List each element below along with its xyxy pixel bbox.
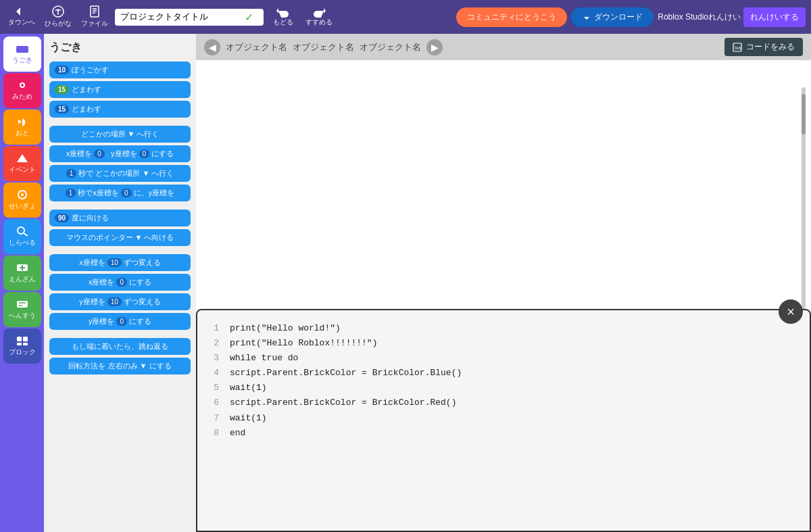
redo-button[interactable]: すすめる	[300, 5, 338, 28]
block-glidexy[interactable]: 1 秒でx座標を 0 に、y座標を	[49, 185, 191, 201]
download-button[interactable]: ダウンロード	[571, 7, 654, 27]
file-button[interactable]: ファイル	[78, 3, 111, 31]
roblox-link: Roblox Studioれんけい れんけいする	[658, 7, 806, 27]
close-overlay-button[interactable]: ×	[779, 299, 803, 324]
line-number: 4	[208, 366, 219, 381]
svg-point-10	[21, 193, 24, 196]
code-view-button[interactable]: lua コードをみる	[724, 38, 803, 56]
svg-rect-21	[17, 343, 22, 345]
line-code: wait(1)	[230, 411, 267, 426]
block-changex[interactable]: x座標を 10 ずつ変える	[49, 254, 191, 271]
block-ugoki-2[interactable]: 15 どまわす	[49, 81, 191, 98]
blocks-panel: うごき 10 ぽうごかす 15 どまわす 15 どまわす どこかの場所 ▼ へ行…	[44, 34, 196, 532]
code-line: 5 wait(1)	[208, 381, 799, 395]
line-number: 2	[208, 336, 219, 351]
code-line: 8end	[208, 426, 799, 441]
line-code: while true do	[230, 351, 298, 366]
code-overlay: × 1print("Hello world!")2print("Hello Ro…	[196, 309, 811, 532]
undo-button[interactable]: もどる	[268, 5, 299, 28]
line-number: 7	[208, 411, 219, 426]
sidebar-item-shiraberu[interactable]: しらべる	[3, 219, 41, 254]
block-changey[interactable]: y座標を 10 ずつ変える	[49, 293, 191, 310]
object-name-2: オブジェクト名	[293, 41, 354, 53]
line-number: 1	[208, 321, 219, 336]
block-setx[interactable]: x座標を 0 にする	[49, 274, 191, 291]
object-name-3: オブジェクト名	[360, 41, 421, 53]
canvas-topbar: ◀ オブジェクト名 オブジェクト名 オブジェクト名 ▶ lua コードをみる	[196, 34, 811, 60]
svg-rect-5	[21, 50, 24, 51]
block-bounce[interactable]: もし端に着いたら、跳ね返る	[49, 338, 191, 355]
back-button[interactable]: タウンへ	[5, 3, 38, 31]
code-line: 6 script.Parent.BrickColor = BrickColor.…	[208, 395, 799, 410]
code-line: 7 wait(1)	[208, 411, 799, 426]
canvas-nav-right[interactable]: ▶	[426, 39, 443, 55]
svg-rect-16	[17, 301, 28, 308]
sidebar-item-ugoki[interactable]: うごき	[3, 37, 41, 72]
line-code: end	[230, 426, 245, 441]
line-number: 8	[208, 426, 219, 441]
svg-rect-22	[23, 343, 28, 345]
block-ugoki-3[interactable]: 15 どまわす	[49, 101, 191, 118]
sidebar-item-event[interactable]: イベント	[3, 146, 41, 181]
renkei-button[interactable]: れんけいする	[743, 7, 806, 27]
sidebar-item-block[interactable]: ブロック	[3, 329, 41, 364]
svg-rect-20	[23, 337, 28, 341]
hiragana-button[interactable]: ひらがな	[42, 3, 74, 31]
sidebar-item-seigyo[interactable]: せいぎょ	[3, 183, 41, 218]
svg-point-3	[18, 48, 20, 51]
block-glideto[interactable]: 1 秒で どこかの場所 ▼ へ行く	[49, 165, 191, 182]
svg-text:lua: lua	[735, 45, 741, 50]
code-lines: 1print("Hello world!")2print("Hello Robl…	[208, 321, 799, 441]
canvas-workspace[interactable]: × 1print("Hello world!")2print("Hello Ro…	[196, 60, 811, 532]
svg-point-7	[21, 84, 24, 87]
block-sety[interactable]: y座標を 0 にする	[49, 313, 191, 330]
code-line: 1print("Hello world!")	[208, 321, 799, 336]
sidebar-item-oto[interactable]: おと	[3, 110, 41, 145]
sidebar-item-mitame[interactable]: みため	[3, 73, 41, 108]
project-title-input-wrap: ✓	[115, 9, 264, 26]
line-code: wait(1)	[230, 381, 267, 395]
svg-line-12	[24, 233, 28, 236]
line-code: print("Hello Roblox!!!!!!!")	[230, 336, 377, 351]
svg-marker-8	[17, 154, 28, 162]
block-point[interactable]: 90 度に向ける	[49, 210, 191, 226]
community-button[interactable]: コミュニティにとうこう	[456, 7, 567, 27]
line-number: 5	[208, 381, 219, 395]
line-number: 3	[208, 351, 219, 366]
sidebar-item-enzai[interactable]: えんざん	[3, 256, 41, 291]
code-line: 2print("Hello Roblox!!!!!!!")	[208, 336, 799, 351]
nav-buttons: もどる すすめる	[268, 5, 338, 28]
scrollbar-thumb[interactable]	[802, 94, 806, 135]
canvas-nav-left[interactable]: ◀	[204, 39, 220, 55]
block-setxy[interactable]: x座標を 0 . y座標を 0 にする	[49, 145, 191, 162]
check-icon: ✓	[245, 11, 253, 24]
project-title-input[interactable]	[120, 12, 242, 22]
block-pointmouse[interactable]: マウスのポインター ▼ へ向ける	[49, 229, 191, 246]
object-name-1: オブジェクト名	[226, 41, 287, 53]
canvas-area: ◀ オブジェクト名 オブジェクト名 オブジェクト名 ▶ lua コードをみる ×	[196, 34, 811, 532]
topbar: タウンへ ひらがな ファイル ✓ もどる すすめる コミュニティにとうこう ダウ…	[0, 0, 811, 34]
code-line: 3while true do	[208, 351, 799, 366]
main-layout: うごき みため おと イベント せいぎょ しらべる えんざん へんすう	[0, 34, 811, 532]
panel-title: うごき	[49, 41, 191, 55]
block-ugoki-1[interactable]: 10 ぽうごかす	[49, 62, 191, 78]
category-sidebar: うごき みため おと イベント せいぎょ しらべる えんざん へんすう	[0, 34, 44, 532]
line-code: script.Parent.BrickColor = BrickColor.Bl…	[230, 366, 462, 381]
svg-rect-4	[21, 48, 26, 49]
line-code: print("Hello world!")	[230, 321, 341, 336]
code-line: 4 script.Parent.BrickColor = BrickColor.…	[208, 366, 799, 381]
block-rotation[interactable]: 回転方法を 左右のみ ▼ にする	[49, 358, 191, 374]
line-number: 6	[208, 395, 219, 410]
sidebar-item-hentai[interactable]: へんすう	[3, 292, 41, 327]
line-code: script.Parent.BrickColor = BrickColor.Re…	[230, 395, 456, 410]
block-goto[interactable]: どこかの場所 ▼ へ行く	[49, 126, 191, 143]
svg-rect-19	[17, 337, 22, 341]
svg-point-11	[18, 227, 24, 234]
svg-rect-1	[91, 6, 99, 17]
